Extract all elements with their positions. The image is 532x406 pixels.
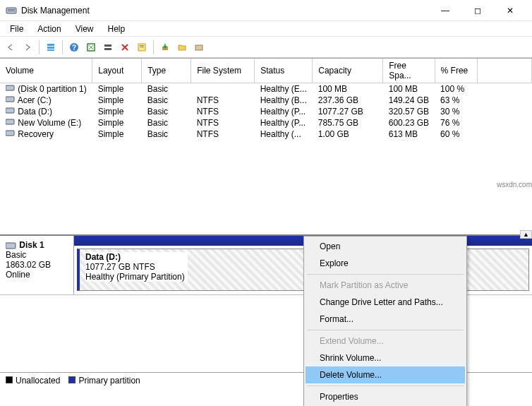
table-row[interactable]: (Disk 0 partition 1)SimpleBasicHealthy (… (0, 83, 532, 95)
svg-rect-3 (47, 44, 54, 46)
properties-button[interactable] (134, 40, 150, 55)
minimize-button[interactable]: ― (429, 0, 461, 21)
svg-rect-9 (104, 44, 111, 47)
menu-view[interactable]: View (68, 23, 101, 35)
delete-icon[interactable] (117, 40, 133, 55)
table-row[interactable]: Acer (C:)SimpleBasicNTFSHealthy (B...237… (0, 95, 532, 106)
disk-header[interactable]: Disk 1 Basic 1863.02 GB Online (0, 236, 74, 294)
svg-rect-21 (6, 243, 16, 249)
col-filesystem[interactable]: File System (191, 59, 255, 83)
drive-icon (6, 107, 16, 117)
col-freespace[interactable]: Free Spa... (383, 59, 435, 83)
partition-health: Healthy (Primary Partition) (85, 272, 185, 282)
legend-primary: Primary partition (68, 376, 140, 386)
maximize-button[interactable]: ◻ (461, 0, 494, 21)
ctx-mark-active: Mark Partition as Active (306, 277, 465, 294)
refresh-button[interactable] (83, 40, 99, 55)
ctx-separator (307, 330, 464, 330)
disk-size: 1863.02 GB (6, 260, 51, 270)
volume-list[interactable]: Volume Layout Type File System Status Ca… (0, 58, 532, 234)
view-options-button[interactable] (43, 40, 59, 55)
unallocated-swatch (6, 376, 13, 383)
close-button[interactable]: ✕ (494, 0, 526, 21)
col-layout[interactable]: Layout (92, 59, 142, 83)
menu-file[interactable]: File (3, 23, 30, 35)
drive-icon (6, 118, 16, 128)
col-status[interactable]: Status (255, 59, 313, 83)
ctx-separator (307, 274, 464, 275)
window-title: Disk Management (21, 6, 429, 16)
rescan-button[interactable] (100, 40, 116, 55)
ctx-shrink-volume[interactable]: Shrink Volume... (306, 350, 465, 366)
ctx-properties[interactable]: Properties (306, 388, 465, 405)
svg-rect-20 (6, 131, 14, 136)
action-button[interactable] (157, 40, 173, 55)
svg-rect-17 (6, 97, 14, 102)
svg-rect-1 (8, 9, 15, 10)
table-row[interactable]: RecoverySimpleBasicNTFSHealthy (...1.00 … (0, 129, 532, 140)
ctx-change-drive-letter[interactable]: Change Drive Letter and Paths... (306, 294, 465, 311)
ctx-delete-volume[interactable]: Delete Volume... (306, 366, 465, 383)
svg-rect-5 (47, 49, 54, 51)
svg-rect-16 (6, 85, 14, 90)
svg-rect-13 (140, 47, 144, 47)
menubar: File Action View Help (0, 21, 532, 37)
legend-unallocated: Unallocated (6, 376, 60, 386)
table-row[interactable]: New Volume (E:)SimpleBasicNTFSHealthy (P… (0, 117, 532, 129)
forward-button[interactable] (20, 40, 35, 55)
partition-name: Data (D:) (85, 252, 121, 262)
table-row[interactable]: Data (D:)SimpleBasicNTFSHealthy (P...107… (0, 106, 532, 117)
svg-rect-18 (6, 108, 14, 113)
svg-rect-4 (47, 47, 54, 49)
help-button[interactable]: ? (66, 40, 82, 55)
ctx-extend-volume: Extend Volume... (306, 333, 465, 350)
ctx-format[interactable]: Format... (306, 311, 465, 328)
toolbar: ? (0, 37, 532, 58)
drive-icon (6, 95, 16, 105)
svg-rect-12 (140, 45, 144, 46)
ctx-explore[interactable]: Explore (306, 255, 465, 272)
app-icon (6, 5, 17, 16)
col-volume[interactable]: Volume (0, 59, 92, 83)
svg-rect-10 (104, 48, 111, 50)
partition-detail: 1077.27 GB NTFS (85, 262, 155, 272)
back-button[interactable] (3, 40, 18, 55)
titlebar: Disk Management ― ◻ ✕ (0, 0, 532, 21)
svg-rect-2 (8, 11, 15, 11)
settings-button[interactable] (191, 40, 207, 55)
col-capacity[interactable]: Capacity (313, 59, 383, 83)
disk-status: Online (6, 270, 30, 280)
context-menu: Open Explore Mark Partition as Active Ch… (303, 236, 467, 406)
drive-icon (6, 129, 16, 139)
drive-icon (6, 84, 16, 94)
watermark: wsxdn.com (497, 181, 532, 189)
primary-swatch (68, 376, 75, 383)
menu-help[interactable]: Help (101, 23, 133, 35)
scroll-up-arrow[interactable]: ▲ (520, 230, 532, 239)
svg-rect-15 (195, 45, 202, 50)
col-pctfree[interactable]: % Free (435, 59, 477, 83)
ctx-separator (307, 386, 464, 386)
menu-action[interactable]: Action (30, 23, 68, 35)
folder-button[interactable] (174, 40, 190, 55)
col-type[interactable]: Type (142, 59, 191, 83)
svg-text:?: ? (72, 44, 76, 52)
ctx-open[interactable]: Open (306, 238, 465, 255)
svg-rect-19 (6, 119, 14, 124)
disk-label: Disk 1 (19, 240, 44, 250)
column-headers: Volume Layout Type File System Status Ca… (0, 59, 532, 83)
disk-type: Basic (6, 250, 26, 260)
